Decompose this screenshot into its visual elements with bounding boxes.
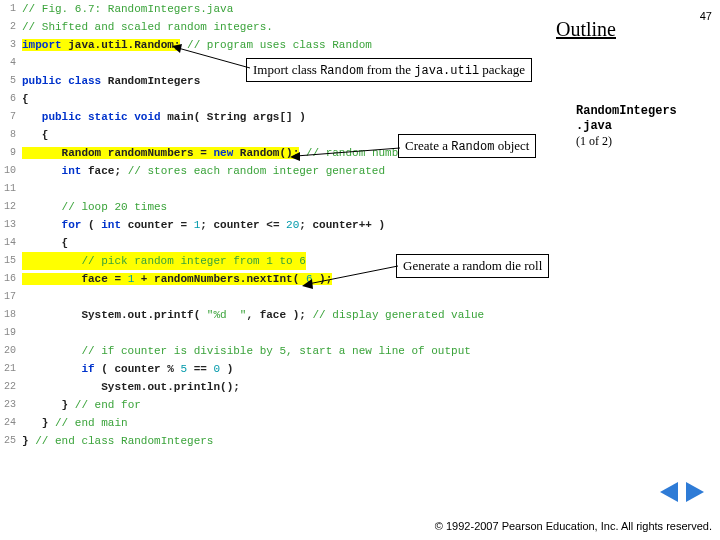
line-number: 17 <box>0 288 22 306</box>
code-line: import java.util.Random; // program uses… <box>22 36 372 54</box>
callout-die-roll: Generate a random die roll <box>396 254 549 278</box>
code-line: System.out.println(); <box>22 378 240 396</box>
line-number: 5 <box>0 72 22 90</box>
nav-controls <box>658 482 706 506</box>
callout-import: Import class Random from the java.util p… <box>246 58 532 82</box>
line-number: 25 <box>0 432 22 450</box>
code-line: public static void main( String args[] ) <box>22 108 306 126</box>
code-line: System.out.printf( "%d ", face ); // dis… <box>22 306 484 324</box>
code-line: { <box>22 126 48 144</box>
code-line: } // end class RandomIntegers <box>22 432 213 450</box>
line-number: 8 <box>0 126 22 144</box>
code-line: } // end for <box>22 396 141 414</box>
line-number: 14 <box>0 234 22 252</box>
code-line: // Shifted and scaled random integers. <box>22 18 273 36</box>
line-number: 3 <box>0 36 22 54</box>
line-number: 6 <box>0 90 22 108</box>
line-number: 21 <box>0 360 22 378</box>
code-line: { <box>22 234 68 252</box>
line-number: 10 <box>0 162 22 180</box>
code-line: face = 1 + randomNumbers.nextInt( 6 ); <box>22 270 332 288</box>
line-number: 23 <box>0 396 22 414</box>
code-line: if ( counter % 5 == 0 ) <box>22 360 233 378</box>
line-number: 22 <box>0 378 22 396</box>
prev-button[interactable] <box>660 482 678 502</box>
code-line: // Fig. 6.7: RandomIntegers.java <box>22 0 233 18</box>
line-number: 18 <box>0 306 22 324</box>
line-number: 11 <box>0 180 22 198</box>
line-number: 2 <box>0 18 22 36</box>
file-name: RandomIntegers <box>576 104 677 119</box>
page-number: 47 <box>700 10 712 22</box>
code-line: // if counter is divisible by 5, start a… <box>22 342 471 360</box>
line-number: 1 <box>0 0 22 18</box>
copyright-text: © 1992-2007 Pearson Education, Inc. All … <box>435 520 712 532</box>
code-line: // pick random integer from 1 to 6 <box>22 252 306 270</box>
code-line: } // end main <box>22 414 128 432</box>
line-number: 24 <box>0 414 22 432</box>
code-line: public class RandomIntegers <box>22 72 200 90</box>
code-line: int face; // stores each random integer … <box>22 162 385 180</box>
line-number: 16 <box>0 270 22 288</box>
line-number: 19 <box>0 324 22 342</box>
line-number: 4 <box>0 54 22 72</box>
code-line: { <box>22 90 29 108</box>
line-number: 15 <box>0 252 22 270</box>
callout-random-object: Create a Random object <box>398 134 536 158</box>
code-line: // loop 20 times <box>22 198 167 216</box>
file-part: (1 of 2) <box>576 134 677 149</box>
outline-title: Outline <box>556 18 616 41</box>
file-info: RandomIntegers .java (1 of 2) <box>576 104 677 149</box>
line-number: 7 <box>0 108 22 126</box>
code-line: for ( int counter = 1; counter <= 20; co… <box>22 216 385 234</box>
line-number: 9 <box>0 144 22 162</box>
line-number: 12 <box>0 198 22 216</box>
line-number: 13 <box>0 216 22 234</box>
next-button[interactable] <box>686 482 704 502</box>
file-ext: .java <box>576 119 677 134</box>
line-number: 20 <box>0 342 22 360</box>
